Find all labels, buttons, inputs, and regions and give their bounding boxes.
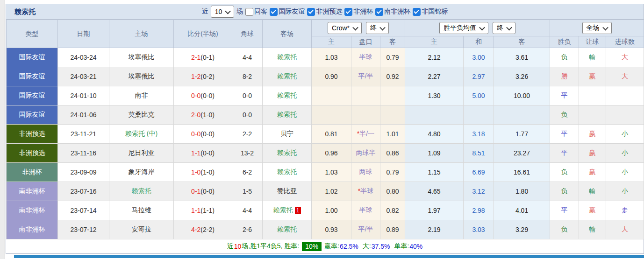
odds-draw: 3.00	[464, 48, 494, 67]
odds-away-win: 23.27	[494, 144, 550, 163]
fulltime-score: 1-1	[191, 149, 200, 157]
bookmaker-select[interactable]: Crow*	[328, 22, 362, 34]
handicap-home-odds: 0.81	[312, 125, 351, 144]
result-handicap: 赢	[579, 163, 606, 182]
score-cell: 1-1(1-1)	[174, 201, 232, 220]
handicap-line: *半/一	[351, 125, 380, 144]
halftime-score: (0-0)	[200, 149, 215, 157]
odds-away-win: 3.26	[494, 67, 550, 86]
odds-away-win: 10.00	[494, 86, 550, 105]
handicap-away-odds	[380, 86, 405, 105]
corner-score: 0-0	[232, 86, 263, 105]
col-header-score: 比分(半场)	[174, 20, 232, 48]
subcol-result-wdl: 胜负	[550, 36, 579, 48]
fulltime-score: 1-0	[191, 168, 200, 176]
home-team: 象牙海岸	[109, 163, 174, 182]
league-filter-chan[interactable]: 非国锦标	[413, 7, 448, 16]
table-row: 南非洲杯 23-07-16 赖索托 0-1(0-0) 1-5 赞比亚 1.02 …	[7, 182, 644, 201]
odds-home-win: 1.09	[405, 144, 464, 163]
win-odds-label: 赢率:	[324, 242, 339, 251]
halftime-score: (1-0)	[200, 111, 215, 119]
win-odds-value: 62.5%	[340, 243, 358, 250]
home-team: 尼日利亚	[109, 144, 174, 163]
away-team: 赖索托1	[263, 201, 312, 220]
europe-odds-group-header: 胜平负均值 终	[405, 20, 550, 36]
page-title: 赖索托	[14, 4, 36, 19]
summary-near-label: 近	[227, 242, 234, 251]
subcol-result-handicap: 让球	[579, 36, 606, 48]
big-value: 37.5%	[372, 243, 390, 250]
filter-bar: 赖索托 近 10 场 同客 国际友谊 非洲预选	[6, 4, 644, 20]
home-team: 南非	[109, 86, 174, 105]
chevron-down-icon	[352, 24, 358, 30]
scope-value: 全场	[587, 24, 600, 32]
checkbox-checked-icon[interactable]	[375, 8, 383, 16]
chevron-down-icon	[479, 24, 485, 30]
odds-home-win: 2.27	[405, 67, 464, 86]
checkbox-checked-icon[interactable]	[413, 8, 421, 16]
scope-select[interactable]: 全场	[582, 22, 612, 34]
checkbox-checked-icon[interactable]	[270, 8, 278, 16]
type-badge: 非洲预选	[7, 125, 58, 144]
odds-away-win: 3.61	[494, 48, 550, 67]
fulltime-score: 2-0	[191, 111, 200, 119]
col-header-corner: 角球	[232, 20, 263, 48]
type-badge: 南非洲杯	[7, 182, 58, 201]
handicap-line	[351, 86, 380, 105]
subcol-handicap-home: 主	[312, 36, 351, 48]
fulltime-score: 0-1	[191, 188, 200, 195]
handicap-line: 半球	[351, 201, 380, 220]
fulltime-score: 0-0	[191, 92, 200, 99]
score-cell: 1-2(0-2)	[174, 67, 232, 86]
handicap-away-odds	[380, 105, 405, 125]
europe-time-value: 终	[497, 24, 503, 32]
result-wdl: 负	[550, 105, 579, 125]
away-team: 赖索托	[263, 220, 312, 239]
handicap-line: 平/半	[351, 67, 380, 86]
fulltime-score: 1-2	[191, 73, 200, 80]
league-filter-friendly[interactable]: 国际友谊	[270, 7, 305, 16]
match-date: 23-09-09	[58, 163, 109, 182]
result-goals	[606, 86, 644, 105]
odds-home-win: 4.80	[405, 125, 464, 144]
away-team: 赖索托	[263, 163, 312, 182]
avg-odds-select[interactable]: 胜平负均值	[439, 22, 488, 34]
halftime-score: (0-2)	[200, 73, 215, 80]
table-row: 非洲杯 23-09-09 象牙海岸 1-0(1-0) 6-2 赖索托 1.03 …	[7, 163, 644, 182]
checkbox-checked-icon[interactable]	[344, 8, 352, 16]
matches-table: 类型 日期 主场 比分(半场) 角球 客场 Crow* 终	[6, 20, 644, 239]
corner-score: 2-6	[232, 220, 263, 239]
result-goals: 走	[606, 201, 644, 220]
europe-time-select[interactable]: 终	[493, 22, 515, 34]
subcol-odds-home: 主	[405, 36, 464, 48]
same-away-filter[interactable]: 同客	[245, 7, 267, 16]
handicap-group-header: Crow* 终	[312, 20, 405, 36]
bottom-accent-bar	[14, 255, 644, 258]
result-wdl: 负	[550, 48, 579, 67]
table-row: 国际友谊 24-01-10 南非 0-0(0-0) 0-0 赖索托 1.30 5…	[7, 86, 644, 105]
match-date: 23-11-16	[58, 144, 109, 163]
checkbox-unchecked-icon[interactable]	[245, 8, 253, 16]
league-filter-afcon-qualifier[interactable]: 非洲预选	[307, 7, 342, 16]
table-row: 南非洲杯 23-07-14 马拉维 1-1(1-1) 4-4 赖索托1 1.00…	[7, 201, 644, 220]
result-handicap: 赢	[579, 125, 606, 144]
corner-score: 0-0	[232, 105, 263, 125]
result-goals	[606, 105, 644, 125]
single-value: 40%	[409, 243, 422, 250]
league-filter-cosafa[interactable]: 南非洲杯	[375, 7, 410, 16]
odds-draw: 5.00	[464, 86, 494, 105]
recent-count-select[interactable]: 10	[211, 6, 235, 18]
match-date: 23-11-21	[58, 125, 109, 144]
score-cell: 1-0(1-0)	[174, 163, 232, 182]
checkbox-checked-icon[interactable]	[307, 8, 315, 16]
filter-controls: 近 10 场 同客 国际友谊 非洲预选	[202, 6, 448, 18]
handicap-home-odds: 1.03	[312, 163, 351, 182]
avg-odds-value: 胜平负均值	[444, 24, 476, 32]
away-team: 贝宁	[263, 125, 312, 144]
handicap-time-value: 终	[370, 24, 377, 32]
handicap-time-select[interactable]: 终	[366, 22, 389, 34]
odds-home-win: 2.19	[405, 220, 464, 239]
league-filter-afcon[interactable]: 非洲杯	[344, 7, 373, 16]
odds-home-win: 1.30	[405, 86, 464, 105]
odds-draw: 2.97	[464, 67, 494, 86]
